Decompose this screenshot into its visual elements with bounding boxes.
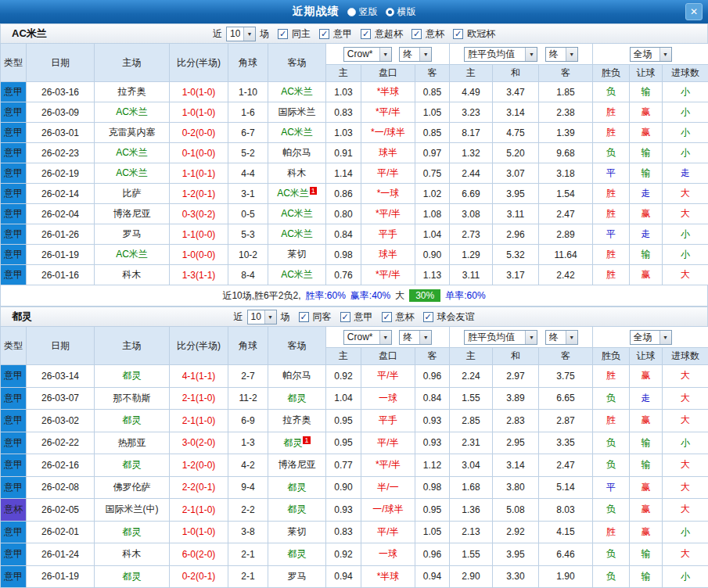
chevron-down-icon: ▼: [243, 27, 255, 41]
asian-final-select[interactable]: 终▼: [399, 330, 432, 345]
checkbox-icon[interactable]: ✓: [299, 312, 309, 322]
filter-checkbox-item[interactable]: ✓同主: [278, 27, 312, 41]
euro-home-odds: 2.44: [450, 163, 493, 184]
asian-handicap: 平/半: [361, 432, 415, 454]
team-label: AC米兰: [116, 106, 148, 117]
europe-final-select[interactable]: 终▼: [545, 330, 578, 345]
euro-away-odds: 3.75: [539, 365, 593, 388]
away-team: 莱切: [268, 245, 326, 265]
euro-away-odds: 2.87: [539, 410, 593, 432]
result-handicap: 输: [630, 543, 663, 566]
home-team: 热那亚: [95, 432, 170, 454]
bookmaker-select[interactable]: Crow*▼: [343, 47, 392, 62]
home-team: 国际米兰(中): [95, 499, 170, 522]
filter-checkbox-item[interactable]: ✓欧冠杯: [453, 27, 497, 41]
scope-select-value: 全场: [634, 331, 652, 344]
filter-checkbox-item[interactable]: ✓意甲: [319, 27, 354, 41]
section-ac-milan: AC米兰 近10▼场✓同主✓意甲✓意超杯✓意杯✓欧冠杯 类型 日期 主场 比分(…: [0, 23, 708, 307]
away-team: 科木: [268, 163, 326, 184]
corners: 4-4: [228, 163, 268, 184]
checkbox-icon[interactable]: ✓: [423, 312, 433, 322]
corners: 2-1: [228, 565, 268, 588]
close-button[interactable]: ✕: [685, 3, 703, 20]
europe-final-select[interactable]: 终▼: [545, 47, 578, 62]
match-date: 26-01-19: [27, 565, 95, 588]
asian-handicap: 平手: [361, 224, 415, 245]
filter-checkbox-item[interactable]: ✓意超杯: [361, 27, 404, 41]
result-handicap: 输: [630, 163, 663, 184]
checkbox-label: 同主: [292, 27, 311, 41]
match-score: 1-0(1-0): [170, 82, 228, 102]
match-date: 26-02-16: [27, 454, 95, 477]
layout-option-vertical[interactable]: 竖版: [347, 5, 378, 19]
filter-checkbox-item[interactable]: ✓意甲: [340, 310, 375, 324]
team-label: 都灵: [288, 482, 307, 493]
match-row: 意甲26-01-26罗马1-1(0-0)5-3AC米兰0.84平手1.042.7…: [1, 224, 708, 245]
filter-checkbox-item[interactable]: ✓意杯: [382, 310, 416, 324]
summary-part: 赢率:40%: [350, 289, 390, 303]
euro-home-odds: 2.73: [450, 224, 493, 245]
radio-icon-vertical[interactable]: [347, 8, 356, 16]
home-team: AC米兰: [95, 143, 170, 163]
result-handicap: 走: [630, 184, 663, 204]
matches-tbody: 意甲26-03-14都灵4-1(1-1)2-7帕尔马0.92平/半0.962.2…: [1, 365, 708, 588]
filter-checkbox-item[interactable]: ✓意杯: [412, 27, 446, 41]
euro-draw-odds: 2.96: [493, 224, 539, 245]
result-wdl: 胜: [593, 265, 630, 285]
asian-away-odds: 0.98: [415, 476, 450, 499]
games-count-select[interactable]: 10▼: [247, 310, 277, 324]
europe-avg-select[interactable]: 胜平负均值▼: [464, 47, 537, 62]
europe-avg-select[interactable]: 胜平负均值▼: [464, 330, 537, 345]
scope-select[interactable]: 全场▼: [630, 47, 672, 62]
asian-final-select-value: 终: [403, 48, 412, 61]
checkbox-label: 意杯: [396, 310, 415, 324]
result-goals: 小: [663, 432, 708, 454]
asian-final-select[interactable]: 终▼: [399, 47, 432, 62]
asian-handicap: 半/一: [361, 476, 415, 499]
euro-draw-odds: 3.14: [493, 102, 539, 123]
league-type-badge: 意甲: [1, 565, 27, 588]
result-wdl: 负: [593, 432, 630, 454]
asian-away-odds: 0.90: [415, 245, 450, 265]
checkbox-icon[interactable]: ✓: [319, 29, 329, 39]
asian-home-odds: 0.95: [326, 410, 361, 432]
checkbox-icon[interactable]: ✓: [361, 29, 371, 39]
filter-checkbox-item[interactable]: ✓球会友谊: [423, 310, 476, 324]
league-type-badge: 意甲: [1, 410, 27, 432]
result-goals: 大: [663, 410, 708, 432]
league-type-badge: 意甲: [1, 82, 27, 102]
team-label: 莱切: [288, 526, 307, 537]
bookmaker-select[interactable]: Crow*▼: [343, 330, 392, 345]
checkbox-icon[interactable]: ✓: [278, 29, 288, 39]
away-team: 帕尔马: [268, 365, 326, 388]
col-header-corners: 角球: [228, 327, 268, 365]
radio-icon-horizontal[interactable]: [386, 8, 394, 16]
col-header-result-wdl: 胜负: [593, 348, 630, 365]
asian-handicap: *平/半: [361, 204, 415, 224]
team-label: 博洛尼亚: [113, 208, 151, 219]
asian-home-odds: 0.80: [326, 204, 361, 224]
col-header-asian-away: 客: [415, 65, 450, 82]
euro-home-odds: 3.23: [450, 102, 493, 123]
euro-home-odds: 1.29: [450, 245, 493, 265]
euro-away-odds: 5.14: [539, 476, 593, 499]
layout-option-horizontal[interactable]: 横版: [386, 5, 416, 19]
match-score: 4-1(1-1): [170, 365, 228, 388]
checkbox-icon[interactable]: ✓: [382, 312, 392, 322]
games-count-select[interactable]: 10▼: [226, 27, 256, 41]
chevron-down-icon: ▼: [264, 310, 276, 324]
team-label: 都灵: [123, 526, 142, 537]
checkbox-icon[interactable]: ✓: [453, 29, 463, 39]
checkbox-icon[interactable]: ✓: [412, 29, 422, 39]
asian-handicap: 一球: [361, 387, 415, 410]
checkbox-icon[interactable]: ✓: [340, 312, 350, 322]
euro-draw-odds: 3.95: [493, 184, 539, 204]
team-label: 佛罗伦萨: [113, 482, 151, 493]
result-handicap: 输: [630, 432, 663, 454]
asian-away-odds: 0.84: [415, 387, 450, 410]
home-team: 科木: [95, 265, 170, 285]
scope-select[interactable]: 全场▼: [630, 330, 672, 345]
filter-checkbox-item[interactable]: ✓同客: [299, 310, 333, 324]
recent-results-window: 近期战绩 竖版 横版 ✕ AC米兰 近10▼场✓同主✓意甲✓意超杯✓意杯✓欧冠杯: [0, 0, 708, 588]
result-wdl: 胜: [593, 123, 630, 143]
